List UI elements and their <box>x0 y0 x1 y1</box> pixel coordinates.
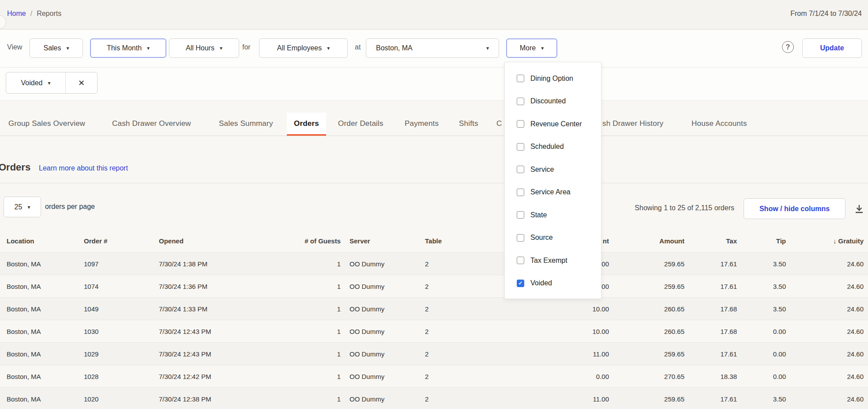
breadcrumb-separator: / <box>30 10 32 18</box>
page-size-value: 25 <box>15 203 23 211</box>
column-header-location[interactable]: Location <box>0 237 77 245</box>
checkbox-icon[interactable] <box>517 98 524 105</box>
cell-location: Boston, MA <box>0 305 77 313</box>
cell-order: 1074 <box>77 283 152 290</box>
table-row[interactable]: Boston, MA10977/30/24 1:38 PM1OO Dummy20… <box>0 252 868 275</box>
menu-item-state[interactable]: State <box>505 204 601 227</box>
period-dropdown[interactable]: This Month ▾ <box>90 38 166 58</box>
checkbox-icon[interactable] <box>517 166 524 173</box>
cell-opened: 7/30/24 12:43 PM <box>152 328 269 335</box>
tab-orders[interactable]: Orders <box>287 113 326 136</box>
column-header-label: Tip <box>776 237 786 245</box>
tab-c[interactable]: C <box>496 119 502 136</box>
tab-shifts[interactable]: Shifts <box>459 119 478 136</box>
cell-order: 1029 <box>77 350 152 358</box>
column-header-label: Opened <box>159 237 184 245</box>
learn-more-link[interactable]: Learn more about this report <box>39 164 128 172</box>
column-header-label: Gratuity <box>838 237 864 245</box>
table-row[interactable]: Boston, MA10747/30/24 1:36 PM1OO Dummy20… <box>0 275 868 297</box>
column-header-gratuity[interactable]: ↓Gratuity <box>786 237 864 245</box>
menu-item-label: Voided <box>530 279 552 287</box>
checkbox-icon[interactable] <box>517 257 524 264</box>
voided-chip-dropdown[interactable]: Voided ▾ <box>6 72 65 93</box>
cell-discount: 11.00 <box>514 350 609 358</box>
table-row[interactable]: Boston, MA10497/30/24 1:33 PM1OO Dummy21… <box>0 297 868 320</box>
table-row[interactable]: Boston, MA10207/30/24 12:38 PM1OO Dummy2… <box>0 387 868 409</box>
cell-order: 1097 <box>77 260 152 268</box>
table-row[interactable]: Boston, MA10307/30/24 12:43 PM1OO Dummy2… <box>0 320 868 342</box>
tab-group-sales-overview[interactable]: Group Sales Overview <box>8 119 85 136</box>
menu-item-discounted[interactable]: Discounted <box>505 90 601 113</box>
hours-dropdown[interactable]: All Hours ▾ <box>169 38 239 58</box>
checkbox-icon[interactable] <box>517 75 524 82</box>
table-row[interactable]: Boston, MA10297/30/24 12:43 PM1OO Dummy2… <box>0 342 868 365</box>
tab-sales-summary[interactable]: Sales Summary <box>219 119 273 136</box>
cell-tip: 3.50 <box>737 305 786 313</box>
column-header-label: # of Guests <box>304 237 341 245</box>
cell-server: OO Dummy <box>341 305 421 313</box>
column-header-of-guests[interactable]: # of Guests <box>269 237 341 245</box>
breadcrumb-bar: Home / Reports From 7/1/24 to 7/30/24 <box>0 0 868 30</box>
column-header-tip[interactable]: Tip <box>737 237 786 245</box>
tab-cash-drawer-overview[interactable]: Cash Drawer Overview <box>112 119 191 136</box>
table-row[interactable]: Boston, MA10287/30/24 12:42 PM1OO Dummy2… <box>0 365 868 387</box>
menu-item-service-area[interactable]: Service Area <box>505 181 601 204</box>
help-icon[interactable]: ? <box>782 41 794 53</box>
cell-tip: 0.00 <box>737 328 786 335</box>
cell-table: 2 <box>421 260 514 268</box>
menu-item-tax-exempt[interactable]: Tax Exempt <box>505 249 601 272</box>
remove-filter-button[interactable]: ✕ <box>65 72 97 93</box>
menu-item-source[interactable]: Source <box>505 227 601 250</box>
show-hide-columns-button[interactable]: Show / hide columns <box>744 198 845 219</box>
checkbox-icon[interactable] <box>517 143 524 151</box>
cell-opened: 7/30/24 1:36 PM <box>152 283 269 290</box>
menu-item-revenue-center[interactable]: Revenue Center <box>505 113 601 136</box>
cell-opened: 7/30/24 12:43 PM <box>152 350 269 358</box>
menu-item-dining-option[interactable]: Dining Option <box>505 67 601 90</box>
menu-item-service[interactable]: Service <box>505 158 601 181</box>
breadcrumb-home-link[interactable]: Home <box>7 10 26 18</box>
menu-item-scheduled[interactable]: Scheduled <box>505 136 601 159</box>
sort-desc-icon: ↓ <box>833 237 837 245</box>
tab-house-accounts[interactable]: House Accounts <box>691 119 747 136</box>
menu-item-voided[interactable]: ✓Voided <box>505 272 601 295</box>
checkbox-icon[interactable] <box>517 120 524 128</box>
cell-table: 2 <box>421 328 514 335</box>
page-size-dropdown[interactable]: 25 ▾ <box>4 197 41 217</box>
cell-opened: 7/30/24 1:38 PM <box>152 260 269 268</box>
column-header-server[interactable]: Server <box>341 237 421 245</box>
download-icon[interactable] <box>854 204 864 214</box>
chevron-down-icon: ▾ <box>48 80 50 86</box>
orders-table-header: LocationOrder #Opened# of GuestsServerTa… <box>0 230 868 252</box>
column-header-opened[interactable]: Opened <box>152 237 269 245</box>
filter-bar: View Sales ▾ This Month ▾ All Hours ▾ fo… <box>0 30 868 101</box>
cell-table: 2 <box>421 305 514 313</box>
checkbox-icon[interactable] <box>517 211 524 219</box>
cell-guests: 1 <box>269 395 341 403</box>
tab-sh-drawer-history[interactable]: sh Drawer History <box>602 119 663 136</box>
hours-dropdown-value: All Hours <box>186 44 214 52</box>
cell-tip: 3.50 <box>737 395 786 403</box>
update-button[interactable]: Update <box>802 38 862 58</box>
tab-payments[interactable]: Payments <box>405 119 439 136</box>
column-header-table[interactable]: Table <box>421 237 514 245</box>
checkbox-icon[interactable] <box>517 189 524 196</box>
column-header-tax[interactable]: Tax <box>684 237 737 245</box>
voided-filter-chip: Voided ▾ ✕ <box>6 72 98 94</box>
cell-amount: 260.65 <box>609 305 684 313</box>
cell-tax: 17.61 <box>684 395 737 403</box>
column-header-amount[interactable]: Amount <box>609 237 684 245</box>
column-header-label: nt <box>603 237 609 245</box>
column-header-order[interactable]: Order # <box>77 237 152 245</box>
location-dropdown[interactable]: Boston, MA ▾ <box>366 38 499 58</box>
employees-dropdown[interactable]: All Employees ▾ <box>259 38 348 58</box>
filter-divider <box>0 67 868 68</box>
chevron-down-icon: ▾ <box>220 45 222 51</box>
tab-order-details[interactable]: Order Details <box>338 119 383 136</box>
checkbox-icon[interactable] <box>517 234 524 242</box>
more-dropdown-button[interactable]: More ▾ <box>506 38 557 58</box>
checked-checkbox-icon[interactable]: ✓ <box>517 280 524 287</box>
cell-gratuity: 24.60 <box>786 395 864 403</box>
cell-opened: 7/30/24 1:33 PM <box>152 305 269 313</box>
sales-dropdown[interactable]: Sales ▾ <box>30 38 83 58</box>
